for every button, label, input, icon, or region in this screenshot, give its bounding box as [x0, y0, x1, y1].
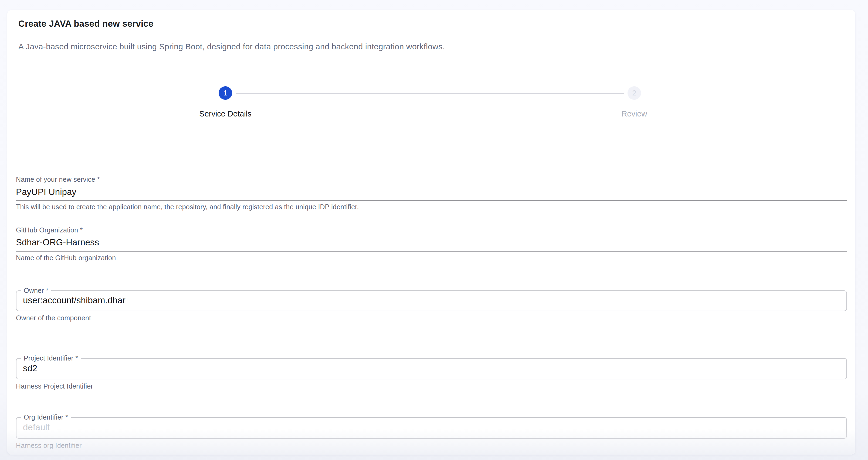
service-name-helper: This will be used to create the applicat…: [16, 203, 359, 211]
project-identifier-helper: Harness Project Identifier: [16, 382, 93, 390]
step-2-label: Review: [580, 109, 688, 119]
owner-helper: Owner of the component: [16, 314, 91, 322]
owner-input[interactable]: [23, 294, 838, 306]
org-identifier-input[interactable]: [23, 421, 838, 433]
required-asterisk: *: [65, 413, 68, 421]
page-title: Create JAVA based new service: [18, 18, 153, 29]
org-identifier-label-text: Org Identifier: [24, 413, 63, 421]
page-description: A Java-based microservice built using Sp…: [18, 41, 445, 52]
owner-label-text: Owner: [24, 287, 44, 294]
create-service-card: Create JAVA based new service A Java-bas…: [7, 10, 855, 455]
github-org-underline: [16, 251, 847, 252]
required-asterisk: *: [80, 226, 83, 234]
org-identifier-helper: Harness org Identifier: [16, 441, 82, 450]
service-name-label: Name of your new service *: [16, 175, 100, 183]
github-org-input[interactable]: [16, 237, 847, 248]
required-asterisk: *: [97, 175, 100, 183]
stepper-connector: [236, 93, 624, 94]
required-asterisk: *: [75, 354, 78, 362]
step-2-number: 2: [632, 89, 636, 97]
project-identifier-input[interactable]: [23, 362, 838, 374]
required-asterisk: *: [46, 287, 49, 294]
step-2-indicator: 2: [627, 86, 641, 100]
step-1-number: 1: [223, 89, 227, 97]
github-org-label-text: GitHub Organization: [16, 226, 78, 234]
service-name-underline: [16, 200, 847, 201]
service-name-label-text: Name of your new service: [16, 175, 95, 183]
org-identifier-label: Org Identifier *: [21, 413, 71, 421]
service-name-input[interactable]: [16, 186, 847, 198]
step-1-label: Service Details: [172, 109, 279, 119]
step-1-indicator: 1: [219, 86, 232, 100]
project-identifier-label: Project Identifier *: [21, 354, 81, 362]
owner-label: Owner *: [21, 286, 51, 294]
github-org-label: GitHub Organization *: [16, 226, 83, 234]
project-identifier-label-text: Project Identifier: [24, 354, 73, 362]
github-org-helper: Name of the GitHub organization: [16, 254, 116, 262]
